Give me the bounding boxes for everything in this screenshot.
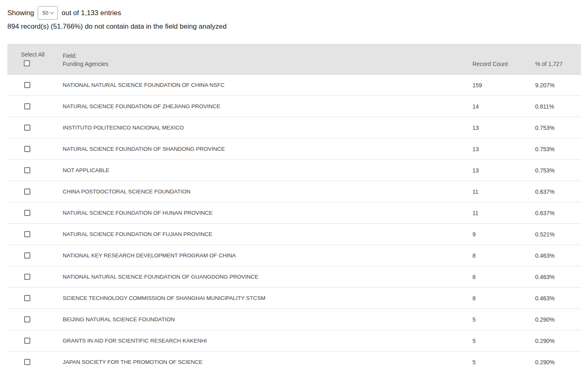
- row-agency-name: BEIJING NATURAL SCIENCE FOUNDATION: [63, 316, 472, 322]
- row-agency-name: NATURAL SCIENCE FOUNDATION OF ZHEJIANG P…: [63, 103, 472, 109]
- page-size-value: 50: [42, 10, 48, 16]
- record-count-header: Record Count: [472, 44, 535, 74]
- row-agency-name: CHINA POSTDOCTORAL SCIENCE FOUNDATION: [63, 188, 472, 195]
- row-checkbox-cell: [7, 338, 63, 344]
- field-name: Funding Agencies: [63, 60, 472, 68]
- row-record-count: 14: [472, 103, 535, 110]
- row-agency-name: JAPAN SOCIETY FOR THE PROMOTION OF SCIEN…: [63, 359, 472, 365]
- row-percent: 0.463%: [535, 274, 581, 280]
- row-checkbox-cell: [7, 210, 63, 216]
- row-checkbox-cell: [7, 231, 63, 237]
- table-row: NATURAL SCIENCE FOUNDATION OF HUNAN PROV…: [7, 202, 581, 224]
- table-row: CHINA POSTDOCTORAL SCIENCE FOUNDATION110…: [7, 181, 581, 202]
- row-checkbox[interactable]: [24, 82, 30, 88]
- table-row: SCIENCE TECHNOLOGY COMMISSION OF SHANGHA…: [7, 288, 581, 309]
- row-agency-name: GRANTS IN AID FOR SCIENTIFIC RESEARCH KA…: [63, 338, 472, 344]
- table-header: Select All Field: Funding Agencies Recor…: [7, 44, 581, 75]
- row-checkbox-cell: [7, 82, 63, 88]
- row-checkbox-cell: [7, 316, 63, 322]
- row-percent: 9.207%: [535, 82, 581, 89]
- row-percent: 0.637%: [535, 210, 581, 216]
- row-checkbox-cell: [7, 295, 63, 301]
- row-percent: 0.290%: [535, 338, 581, 344]
- row-record-count: 5: [472, 359, 535, 365]
- row-checkbox-cell: [7, 103, 63, 109]
- row-percent: 0.521%: [535, 231, 581, 238]
- row-checkbox[interactable]: [24, 210, 30, 216]
- row-percent: 0.463%: [535, 252, 581, 259]
- row-record-count: 159: [472, 82, 535, 89]
- row-agency-name: NATURAL SCIENCE FOUNDATION OF FUJIAN PRO…: [63, 231, 472, 237]
- row-checkbox[interactable]: [24, 316, 30, 322]
- table-row: JAPAN SOCIETY FOR THE PROMOTION OF SCIEN…: [7, 352, 581, 370]
- row-record-count: 11: [472, 188, 535, 195]
- table-row: NATURAL SCIENCE FOUNDATION OF FUJIAN PRO…: [7, 224, 581, 245]
- row-checkbox[interactable]: [24, 274, 30, 280]
- table-row: NATURAL SCIENCE FOUNDATION OF SHANDONG P…: [7, 138, 581, 160]
- row-checkbox[interactable]: [24, 146, 30, 152]
- funding-agencies-table: Select All Field: Funding Agencies Recor…: [7, 44, 581, 370]
- row-checkbox-cell: [7, 252, 63, 259]
- showing-label: Showing: [7, 9, 34, 17]
- table-body: NATIONAL NATURAL SCIENCE FOUNDATION OF C…: [7, 75, 581, 370]
- row-record-count: 9: [472, 231, 535, 238]
- row-checkbox[interactable]: [24, 125, 30, 131]
- row-agency-name: NATIONAL NATURAL SCIENCE FOUNDATION OF G…: [63, 274, 472, 280]
- table-row: NATIONAL NATURAL SCIENCE FOUNDATION OF G…: [7, 266, 581, 288]
- row-percent: 0.753%: [535, 146, 581, 152]
- row-agency-name: NOT APPLICABLE: [63, 167, 472, 173]
- row-checkbox[interactable]: [24, 252, 30, 259]
- select-all-header: Select All: [7, 44, 63, 74]
- select-all-label: Select All: [21, 51, 63, 58]
- showing-toolbar: Showing 50 out of 1,133 entries: [7, 6, 581, 20]
- row-checkbox[interactable]: [24, 359, 30, 365]
- table-row: NATURAL SCIENCE FOUNDATION OF ZHEJIANG P…: [7, 96, 581, 117]
- row-checkbox-cell: [7, 188, 63, 195]
- table-row: NATIONAL NATURAL SCIENCE FOUNDATION OF C…: [7, 75, 581, 96]
- row-record-count: 11: [472, 210, 535, 216]
- row-agency-name: NATURAL SCIENCE FOUNDATION OF HUNAN PROV…: [63, 210, 472, 216]
- row-agency-name: SCIENCE TECHNOLOGY COMMISSION OF SHANGHA…: [63, 295, 472, 301]
- row-agency-name: NATIONAL NATURAL SCIENCE FOUNDATION OF C…: [63, 82, 472, 88]
- row-checkbox-cell: [7, 274, 63, 280]
- results-page: Showing 50 out of 1,133 entries 894 reco…: [0, 0, 588, 370]
- row-percent: 0.811%: [535, 103, 581, 110]
- table-row: INSTITUTO POLITECNICO NACIONAL MEXICO130…: [7, 117, 581, 138]
- row-percent: 0.463%: [535, 295, 581, 302]
- select-all-checkbox[interactable]: [24, 60, 30, 66]
- row-percent: 0.753%: [535, 167, 581, 174]
- row-agency-name: INSTITUTO POLITECNICO NACIONAL MEXICO: [63, 125, 472, 131]
- table-row: GRANTS IN AID FOR SCIENTIFIC RESEARCH KA…: [7, 330, 581, 352]
- row-record-count: 5: [472, 338, 535, 344]
- row-percent: 0.290%: [535, 359, 581, 365]
- table-row: NOT APPLICABLE130.753%: [7, 160, 581, 181]
- row-percent: 0.753%: [535, 125, 581, 131]
- page-size-select[interactable]: 50: [38, 6, 58, 20]
- row-checkbox-cell: [7, 167, 63, 173]
- row-record-count: 8: [472, 274, 535, 280]
- row-record-count: 13: [472, 167, 535, 174]
- row-checkbox[interactable]: [24, 338, 30, 344]
- table-row: BEIJING NATURAL SCIENCE FOUNDATION50.290…: [7, 309, 581, 330]
- row-agency-name: NATURAL SCIENCE FOUNDATION OF SHANDONG P…: [63, 146, 472, 152]
- row-record-count: 13: [472, 125, 535, 131]
- row-record-count: 5: [472, 316, 535, 323]
- field-label: Field:: [63, 52, 472, 60]
- row-checkbox[interactable]: [24, 103, 30, 109]
- row-checkbox-cell: [7, 359, 63, 365]
- row-checkbox[interactable]: [24, 167, 30, 173]
- table-row: NATIONAL KEY RESEARCH DEVELOPMENT PROGRA…: [7, 245, 581, 266]
- row-record-count: 8: [472, 295, 535, 302]
- percent-header: % of 1,727: [535, 44, 581, 74]
- row-record-count: 13: [472, 146, 535, 152]
- row-checkbox-cell: [7, 146, 63, 152]
- row-checkbox[interactable]: [24, 231, 30, 237]
- chevron-down-icon: [50, 10, 54, 14]
- entries-label: out of 1,133 entries: [61, 9, 121, 17]
- row-checkbox[interactable]: [24, 295, 30, 301]
- field-header: Field: Funding Agencies: [63, 44, 472, 74]
- missing-data-note: 894 record(s) (51.766%) do not contain d…: [7, 23, 581, 31]
- row-checkbox[interactable]: [24, 188, 30, 195]
- row-agency-name: NATIONAL KEY RESEARCH DEVELOPMENT PROGRA…: [63, 252, 472, 259]
- row-checkbox-cell: [7, 125, 63, 131]
